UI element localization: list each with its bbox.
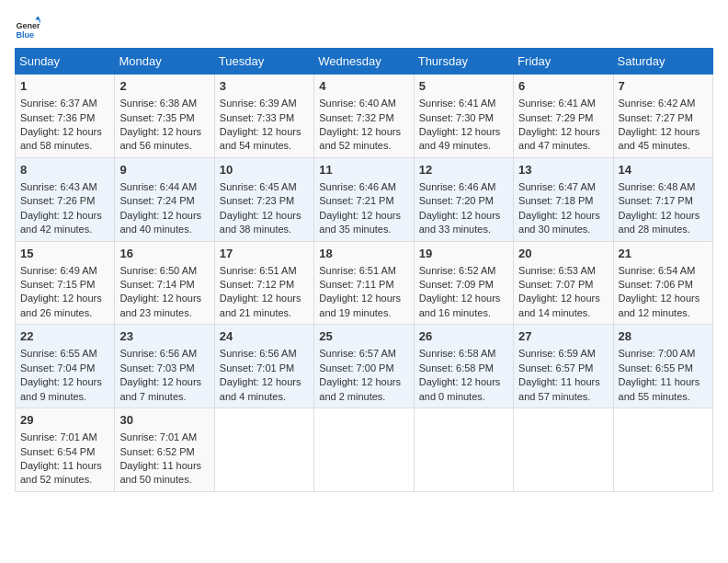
column-header-thursday: Thursday bbox=[414, 49, 513, 75]
day-cell: 23Sunrise: 6:56 AMSunset: 7:03 PMDayligh… bbox=[115, 325, 214, 408]
calendar-table: SundayMondayTuesdayWednesdayThursdayFrid… bbox=[15, 48, 713, 492]
day-cell: 16Sunrise: 6:50 AMSunset: 7:14 PMDayligh… bbox=[115, 241, 214, 325]
day-number: 13 bbox=[518, 162, 608, 178]
logo-icon: General Blue bbox=[15, 15, 40, 40]
day-number: 15 bbox=[20, 246, 109, 262]
day-cell bbox=[314, 408, 414, 492]
day-cell: 27Sunrise: 6:59 AMSunset: 6:57 PMDayligh… bbox=[514, 325, 613, 408]
calendar-header: SundayMondayTuesdayWednesdayThursdayFrid… bbox=[16, 49, 713, 75]
day-number: 21 bbox=[619, 246, 708, 262]
svg-text:Blue: Blue bbox=[16, 30, 34, 40]
column-header-wednesday: Wednesday bbox=[314, 49, 414, 75]
day-number: 24 bbox=[220, 328, 309, 345]
day-cell bbox=[613, 408, 712, 492]
day-number: 18 bbox=[319, 246, 408, 262]
column-header-monday: Monday bbox=[115, 49, 214, 75]
day-number: 3 bbox=[220, 78, 309, 95]
week-row-2: 8Sunrise: 6:43 AMSunset: 7:26 PMDaylight… bbox=[16, 157, 713, 241]
day-number: 30 bbox=[119, 412, 209, 429]
column-header-saturday: Saturday bbox=[613, 49, 712, 75]
day-number: 26 bbox=[419, 328, 508, 345]
day-cell: 3Sunrise: 6:39 AMSunset: 7:33 PMDaylight… bbox=[214, 75, 313, 158]
calendar-body: 1Sunrise: 6:37 AMSunset: 7:36 PMDaylight… bbox=[16, 75, 713, 492]
day-number: 29 bbox=[20, 412, 109, 429]
column-header-sunday: Sunday bbox=[16, 49, 115, 75]
day-cell: 30Sunrise: 7:01 AMSunset: 6:52 PMDayligh… bbox=[115, 408, 214, 492]
day-number: 28 bbox=[619, 328, 708, 345]
week-row-4: 22Sunrise: 6:55 AMSunset: 7:04 PMDayligh… bbox=[16, 325, 713, 408]
day-cell: 26Sunrise: 6:58 AMSunset: 6:58 PMDayligh… bbox=[414, 325, 513, 408]
svg-marker-2 bbox=[35, 16, 40, 19]
day-cell: 12Sunrise: 6:46 AMSunset: 7:20 PMDayligh… bbox=[414, 157, 513, 241]
day-cell: 15Sunrise: 6:49 AMSunset: 7:15 PMDayligh… bbox=[16, 241, 115, 325]
day-cell: 25Sunrise: 6:57 AMSunset: 7:00 PMDayligh… bbox=[314, 325, 414, 408]
week-row-3: 15Sunrise: 6:49 AMSunset: 7:15 PMDayligh… bbox=[16, 241, 713, 325]
day-cell: 8Sunrise: 6:43 AMSunset: 7:26 PMDaylight… bbox=[16, 157, 115, 241]
day-number: 11 bbox=[319, 162, 408, 178]
day-cell: 7Sunrise: 6:42 AMSunset: 7:27 PMDaylight… bbox=[613, 75, 712, 158]
day-cell bbox=[214, 408, 313, 492]
day-number: 17 bbox=[220, 246, 309, 262]
day-number: 10 bbox=[220, 162, 309, 178]
day-cell: 9Sunrise: 6:44 AMSunset: 7:24 PMDaylight… bbox=[115, 157, 214, 241]
day-number: 12 bbox=[419, 162, 508, 178]
day-cell: 19Sunrise: 6:52 AMSunset: 7:09 PMDayligh… bbox=[414, 241, 513, 325]
day-cell: 24Sunrise: 6:56 AMSunset: 7:01 PMDayligh… bbox=[214, 325, 313, 408]
day-cell: 2Sunrise: 6:38 AMSunset: 7:35 PMDaylight… bbox=[115, 75, 214, 158]
day-cell: 18Sunrise: 6:51 AMSunset: 7:11 PMDayligh… bbox=[314, 241, 414, 325]
column-header-friday: Friday bbox=[514, 49, 613, 75]
column-header-tuesday: Tuesday bbox=[214, 49, 313, 75]
logo: General Blue bbox=[15, 15, 40, 40]
day-cell: 6Sunrise: 6:41 AMSunset: 7:29 PMDaylight… bbox=[514, 75, 613, 158]
day-number: 4 bbox=[319, 78, 408, 95]
day-cell: 21Sunrise: 6:54 AMSunset: 7:06 PMDayligh… bbox=[613, 241, 712, 325]
day-number: 23 bbox=[119, 328, 209, 345]
day-cell: 5Sunrise: 6:41 AMSunset: 7:30 PMDaylight… bbox=[414, 75, 513, 158]
day-number: 8 bbox=[20, 162, 109, 178]
day-cell: 11Sunrise: 6:46 AMSunset: 7:21 PMDayligh… bbox=[314, 157, 414, 241]
day-number: 25 bbox=[319, 328, 408, 345]
day-cell: 4Sunrise: 6:40 AMSunset: 7:32 PMDaylight… bbox=[314, 75, 414, 158]
day-cell: 20Sunrise: 6:53 AMSunset: 7:07 PMDayligh… bbox=[514, 241, 613, 325]
day-cell bbox=[414, 408, 513, 492]
day-number: 5 bbox=[419, 78, 508, 95]
day-number: 7 bbox=[619, 78, 708, 95]
day-number: 16 bbox=[119, 246, 209, 262]
week-row-1: 1Sunrise: 6:37 AMSunset: 7:36 PMDaylight… bbox=[16, 75, 713, 158]
day-number: 2 bbox=[119, 78, 209, 95]
day-number: 14 bbox=[619, 162, 708, 178]
day-number: 9 bbox=[119, 162, 209, 178]
day-cell: 17Sunrise: 6:51 AMSunset: 7:12 PMDayligh… bbox=[214, 241, 313, 325]
day-cell: 14Sunrise: 6:48 AMSunset: 7:17 PMDayligh… bbox=[613, 157, 712, 241]
week-row-5: 29Sunrise: 7:01 AMSunset: 6:54 PMDayligh… bbox=[16, 408, 713, 492]
day-cell bbox=[514, 408, 613, 492]
day-cell: 10Sunrise: 6:45 AMSunset: 7:23 PMDayligh… bbox=[214, 157, 313, 241]
day-number: 6 bbox=[518, 78, 608, 95]
day-number: 20 bbox=[518, 246, 608, 262]
day-cell: 22Sunrise: 6:55 AMSunset: 7:04 PMDayligh… bbox=[16, 325, 115, 408]
header: General Blue bbox=[15, 15, 713, 40]
day-number: 19 bbox=[419, 246, 508, 262]
day-number: 27 bbox=[518, 328, 608, 345]
day-number: 22 bbox=[20, 328, 109, 345]
day-cell: 29Sunrise: 7:01 AMSunset: 6:54 PMDayligh… bbox=[16, 408, 115, 492]
day-cell: 28Sunrise: 7:00 AMSunset: 6:55 PMDayligh… bbox=[613, 325, 712, 408]
day-number: 1 bbox=[20, 78, 109, 95]
day-cell: 1Sunrise: 6:37 AMSunset: 7:36 PMDaylight… bbox=[16, 75, 115, 158]
day-cell: 13Sunrise: 6:47 AMSunset: 7:18 PMDayligh… bbox=[514, 157, 613, 241]
